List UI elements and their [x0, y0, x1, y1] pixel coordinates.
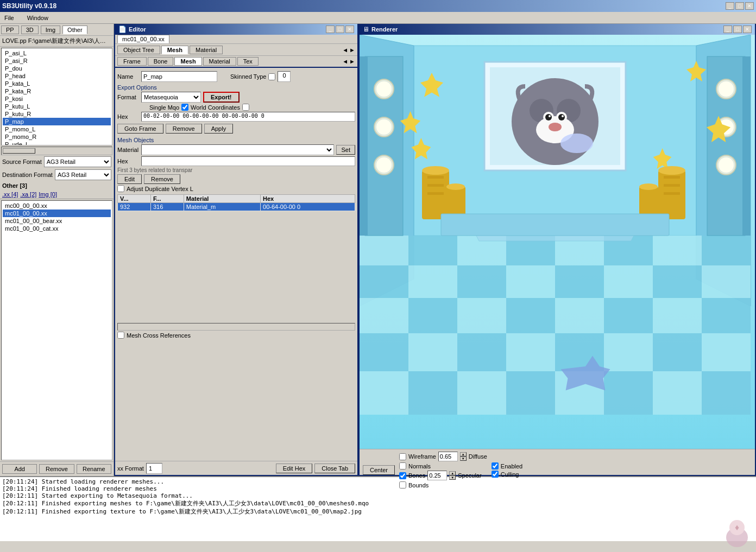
name-input[interactable]: P_map — [141, 71, 217, 82]
list-item[interactable]: P_kosi — [3, 95, 111, 103]
close-tab-button[interactable]: Close Tab — [314, 464, 355, 473]
list-item[interactable]: P_asi_L — [3, 49, 111, 57]
dest-format-select[interactable]: AG3 Retail — [55, 169, 111, 180]
bottom-h-scrollbar[interactable] — [117, 323, 355, 331]
app-title-buttons[interactable]: _ □ ✕ — [726, 2, 754, 10]
list-item[interactable]: P_kutu_R — [3, 110, 111, 118]
adjust-checkbox[interactable] — [117, 185, 124, 192]
menu-file[interactable]: File — [2, 14, 16, 22]
wireframe-checkbox[interactable] — [399, 453, 406, 460]
list-item[interactable]: P_ude_L — [3, 141, 111, 145]
specular-input[interactable]: 0.25 — [427, 471, 447, 480]
tab-3d[interactable]: 3D — [21, 26, 39, 34]
goto-frame-button[interactable]: Goto Frame — [117, 124, 163, 134]
center-button[interactable]: Center — [363, 465, 395, 475]
file-entry[interactable]: mc00_00_00.xx — [3, 202, 111, 210]
editor-subtab-tex[interactable]: Tex — [237, 57, 259, 66]
table-row[interactable]: 932 316 Material_m 00-64-00-00 0 — [118, 203, 355, 211]
list-item[interactable]: P_asi_R — [3, 57, 111, 65]
tab-pp[interactable]: PP — [1, 26, 19, 34]
close-button[interactable]: ✕ — [745, 2, 754, 10]
set-button[interactable]: Set — [336, 145, 355, 155]
list-item[interactable]: P_dou — [3, 65, 111, 72]
list-item[interactable]: P_kata_L — [3, 80, 111, 87]
remove-button[interactable]: Remove — [166, 124, 202, 134]
world-coords-checkbox[interactable] — [242, 104, 249, 111]
tab-other[interactable]: Other — [62, 26, 87, 34]
renderer-minimize-btn[interactable]: _ — [723, 26, 732, 33]
enabled-checkbox[interactable] — [492, 462, 499, 469]
list-item[interactable]: P_momo_L — [3, 125, 111, 133]
wireframe-down[interactable]: ▼ — [460, 456, 467, 461]
file-type-tabs: .xx [4] .xa [2] Img [0] — [0, 190, 114, 199]
editor-minimize-btn[interactable]: _ — [326, 26, 335, 33]
renderer-viewport[interactable] — [360, 35, 755, 449]
bone-list[interactable]: P_asi_L P_asi_R P_dou P_head P_kata_L P_… — [1, 48, 112, 145]
specular-up[interactable]: ▲ — [449, 471, 456, 475]
editor-title-buttons[interactable]: _ □ ✕ — [326, 26, 354, 33]
file-entry-selected[interactable]: mc01_00_00.xx — [3, 210, 111, 217]
culling-checkbox[interactable] — [492, 471, 499, 478]
editor-tab-mesh[interactable]: Mesh — [161, 46, 188, 54]
subtab-scroll-left[interactable]: ◄ — [342, 58, 348, 65]
rename-button[interactable]: Rename — [77, 464, 111, 474]
tab-xx[interactable]: .xx [4] — [2, 191, 18, 198]
editor-file-tab[interactable]: mc01_00_00.xx — [117, 35, 169, 43]
wireframe-up[interactable]: ▲ — [460, 452, 467, 456]
normals-checkbox[interactable] — [399, 462, 406, 469]
renderer-close-btn[interactable]: ✕ — [743, 26, 752, 33]
material-select[interactable] — [141, 144, 334, 155]
tab-img[interactable]: Img [0] — [39, 191, 57, 198]
specular-down[interactable]: ▼ — [449, 475, 456, 480]
specular-spinners[interactable]: ▲ ▼ — [449, 471, 456, 480]
file-entry[interactable]: mc01_00_00_bear.xx — [3, 217, 111, 225]
subtab-scroll-right[interactable]: ► — [349, 58, 355, 65]
svg-rect-31 — [653, 298, 702, 333]
renderer-title-buttons[interactable]: _ □ ✕ — [723, 26, 752, 33]
editor-maximize-btn[interactable]: □ — [336, 26, 344, 33]
format-input[interactable]: 1 — [146, 463, 162, 474]
list-item[interactable]: P_head — [3, 72, 111, 80]
editor-close-btn[interactable]: ✕ — [345, 26, 354, 33]
mesh-cross-ref-checkbox[interactable] — [117, 332, 124, 339]
editor-subtab-frame[interactable]: Frame — [117, 57, 147, 66]
single-mqo-checkbox[interactable] — [181, 104, 188, 111]
list-item-selected[interactable]: P_map — [3, 118, 111, 125]
editor-tab-object-tree[interactable]: Object Tree — [117, 46, 160, 54]
add-button[interactable]: Add — [2, 464, 37, 474]
apply-button[interactable]: Apply — [204, 124, 234, 134]
edit-button[interactable]: Edit — [117, 174, 142, 184]
editor-tab-material[interactable]: Material — [190, 46, 223, 54]
editor-bottom-bar: xx Format 1 Edit Hex Close Tab — [115, 461, 357, 475]
tab-xa[interactable]: .xa [2] — [20, 191, 36, 198]
tab-img[interactable]: Img — [41, 26, 60, 34]
tab-scroll-right[interactable]: ► — [349, 47, 355, 53]
wireframe-input[interactable]: 0.65 — [438, 452, 458, 461]
source-format-select[interactable]: AG3 Retail — [44, 156, 111, 167]
edit-hex-button[interactable]: Edit Hex — [276, 464, 313, 473]
bones-checkbox[interactable] — [399, 472, 406, 479]
menu-window[interactable]: Window — [25, 14, 51, 22]
editor-subtab-mesh[interactable]: Mesh — [174, 57, 201, 66]
tab-scroll-left[interactable]: ◄ — [342, 47, 348, 53]
xx-file-list[interactable]: mc00_00_00.xx mc01_00_00.xx mc01_00_00_b… — [1, 200, 112, 460]
format-select[interactable]: Metasequoia — [141, 92, 201, 103]
bounds-checkbox[interactable] — [399, 481, 406, 488]
maximize-button[interactable]: □ — [735, 2, 744, 10]
svg-rect-94 — [664, 184, 680, 187]
editor-subtab-material[interactable]: Material — [203, 57, 236, 66]
list-item[interactable]: P_kutu_L — [3, 103, 111, 110]
list-item[interactable]: P_kata_R — [3, 87, 111, 95]
export-button[interactable]: Export! — [203, 92, 240, 103]
mesh-remove-button[interactable]: Remove — [144, 174, 180, 184]
wireframe-spinners[interactable]: ▲ ▼ — [460, 452, 467, 461]
mesh-objects-label: Mesh Objects — [117, 137, 355, 143]
list-item[interactable]: P_momo_R — [3, 133, 111, 141]
editor-subtab-bone[interactable]: Bone — [148, 57, 174, 66]
file-entry[interactable]: mc01_00_00_cat.xx — [3, 225, 111, 232]
minimize-button[interactable]: _ — [726, 2, 734, 10]
remove-button[interactable]: Remove — [39, 464, 74, 474]
renderer-maximize-btn[interactable]: □ — [733, 26, 742, 33]
skinned-type-checkbox[interactable] — [268, 73, 275, 80]
h-scrollbar[interactable] — [1, 147, 112, 155]
